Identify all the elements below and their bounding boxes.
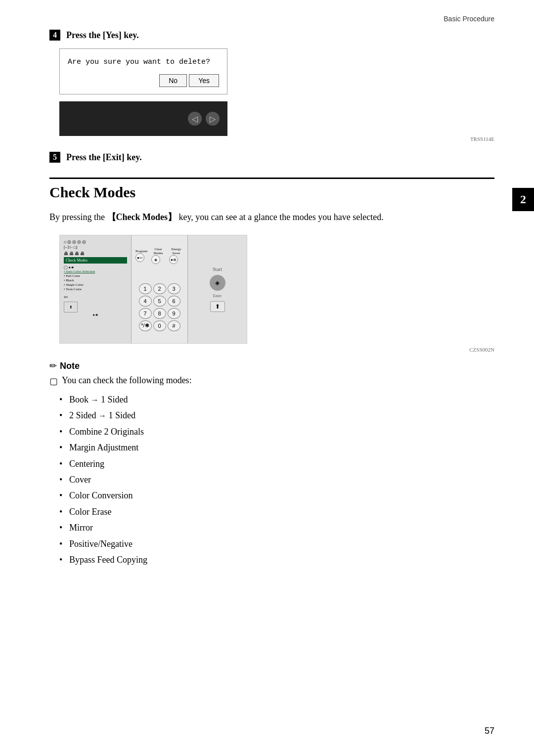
note-title: Note [60, 361, 80, 371]
list-item: Positive/Negative [69, 536, 494, 552]
czss-label: CZSS002N [59, 347, 494, 353]
check-modes-badge: Check Modes [64, 257, 127, 264]
list-item: Margin Adjustment [69, 440, 494, 455]
list-item-text: 2 Sided → 1 Sided [69, 410, 135, 420]
keypad-image: ◁ ▷ [59, 101, 227, 136]
list-item-text: Positive/Negative [69, 539, 133, 549]
list-item-text: Margin Adjustment [69, 443, 138, 452]
trss-label: TRSS114E [59, 136, 494, 142]
modes-list: Book → 1 Sided 2 Sided → 1 Sided Combine… [69, 392, 494, 568]
note-pencil-icon: ✏ [49, 360, 57, 371]
list-item-text: Mirror [69, 523, 93, 533]
numpad: 1 2 3 4 5 6 7 8 9 */✱ 0 # [139, 283, 180, 331]
list-item-text: Color Erase [69, 507, 111, 517]
note-checkbox-line: ▢ You can check the following modes: [49, 375, 494, 387]
dialog-message: Are you sure you want to delete? [68, 58, 219, 66]
list-item-text: Book → 1 Sided [69, 395, 128, 404]
dialog-buttons: No Yes [68, 74, 219, 87]
header-label: Basic Procedure [444, 15, 494, 23]
step-5-number: 5 [49, 152, 60, 163]
list-item-text: Color Conversion [69, 490, 133, 500]
machine-left-panel: ⌂ ◎ ◎ ◎ ◎ [-·3↑- □] 🖶 🖶 🖶 🖶 Check Modes … [60, 235, 132, 343]
page-number: 57 [485, 726, 494, 736]
list-item-text: Combine 2 Originals [69, 427, 144, 437]
delete-dialog: Are you sure you want to delete? No Yes [59, 48, 227, 94]
note-section: ✏ Note ▢ You can check the following mod… [49, 360, 494, 568]
list-item: Color Erase [69, 504, 494, 520]
step-5-title: Press the [Exit] key. [66, 152, 142, 163]
list-item-text: Cover [69, 475, 91, 485]
list-item: Bypass Feed Copying [69, 552, 494, 568]
list-item: 2 Sided → 1 Sided [69, 407, 494, 423]
step-4-number: 4 [49, 30, 60, 41]
section-divider [49, 178, 494, 179]
machine-right-panel: Start ◈ Enter ⬆ [187, 235, 247, 343]
checkbox-icon: ▢ [49, 376, 58, 387]
dialog-yes-button[interactable]: Yes [189, 74, 219, 87]
step-4-section: 4 Press the [Yes] key. Are you sure you … [49, 30, 494, 142]
machine-center-panel: Program ●⇦ Clear Modes ◈ Energy Saver ●⊛… [132, 235, 187, 343]
step-4-title: Press the [Yes] key. [66, 30, 139, 41]
dialog-no-button[interactable]: No [159, 74, 187, 87]
list-item: Cover [69, 472, 494, 488]
right-arrow-icon: ▷ [206, 112, 220, 126]
check-modes-body: By pressing the 【Check Modes】 key, you c… [49, 211, 494, 224]
list-item: Combine 2 Originals [69, 424, 494, 440]
machine-image: ⌂ ◎ ◎ ◎ ◎ [-·3↑- □] 🖶 🖶 🖶 🖶 Check Modes … [59, 235, 247, 344]
step-5-section: 5 Press the [Exit] key. [49, 152, 494, 163]
list-item-text: Centering [69, 459, 104, 469]
list-item: Mirror [69, 520, 494, 535]
list-item: Color Conversion [69, 488, 494, 503]
right-tab: 2 [512, 188, 534, 211]
note-checkbox-text: You can check the following modes: [62, 375, 192, 386]
list-item-text: Bypass Feed Copying [69, 555, 147, 565]
list-item: Centering [69, 456, 494, 472]
check-modes-heading: Check Modes [49, 184, 494, 201]
list-item: Book → 1 Sided [69, 392, 494, 407]
check-modes-key: 【Check Modes】 [107, 212, 177, 222]
left-arrow-icon: ◁ [188, 112, 202, 126]
note-header: ✏ Note [49, 360, 494, 371]
